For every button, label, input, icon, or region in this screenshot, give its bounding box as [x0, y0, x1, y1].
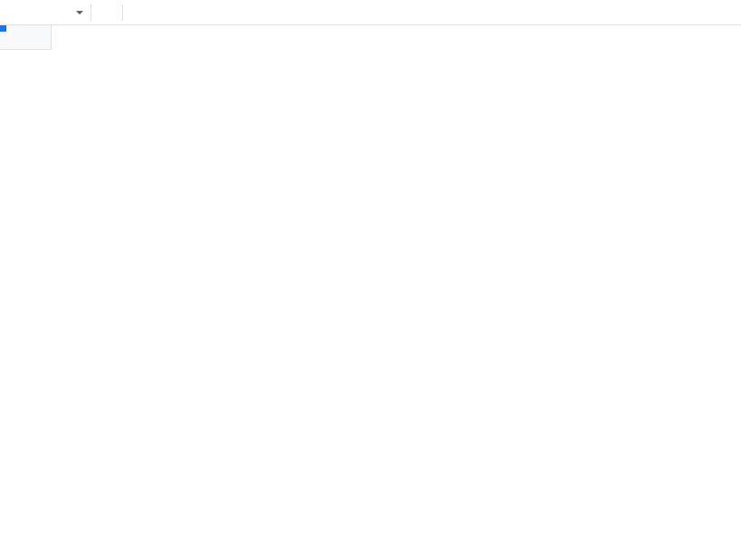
name-box-caret-icon: [76, 11, 83, 14]
formula-bar: [0, 0, 741, 25]
divider: [90, 5, 91, 21]
name-box[interactable]: [0, 11, 90, 14]
divider: [122, 5, 123, 21]
select-all-corner[interactable]: [0, 25, 52, 50]
